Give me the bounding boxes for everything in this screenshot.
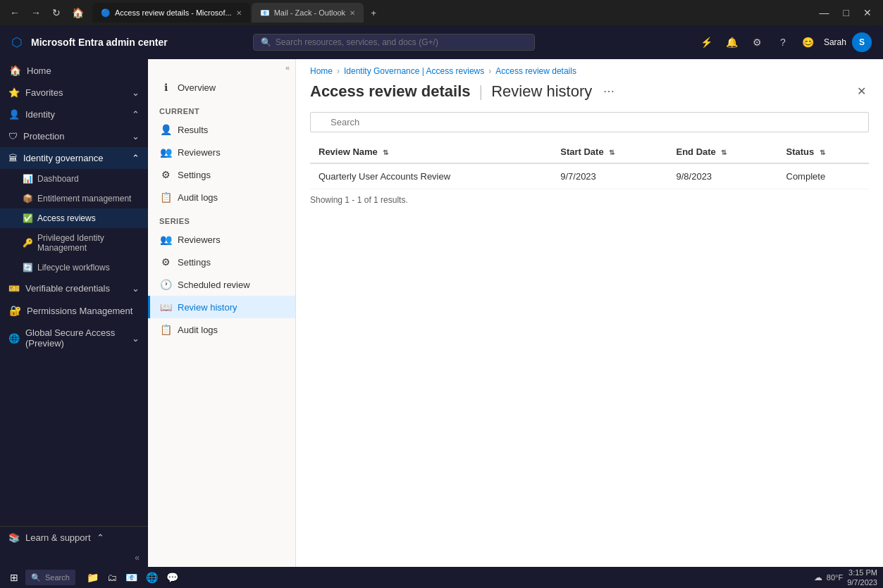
sidebar-item-access-reviews[interactable]: ✅ Access reviews [0,208,148,228]
new-tab-button[interactable]: + [365,5,382,21]
sidebar-verifiable[interactable]: 🎫 Verifiable credentials ⌄ [0,277,148,299]
sidebar-privileged-label: Privileged Identity Management [37,233,140,253]
taskbar-teams-icon[interactable]: 💬 [163,570,181,584]
col-end-date[interactable]: End Date ⇅ [667,141,777,163]
cell-review-name: Quarterly User Accounts Review [310,163,552,189]
sidebar-verifiable-label: Verifiable credentials [25,283,110,294]
left-nav-reviewers-series[interactable]: 👥 Reviewers [148,228,295,251]
taskbar-search-bar[interactable]: 🔍 Search [25,570,75,585]
reviewers-current-icon: 👥 [159,146,172,158]
result-count: Showing 1 - 1 of 1 results. [310,189,869,211]
taskbar-search-placeholder: Search [45,573,70,582]
settings-icon[interactable]: ⚙ [748,32,767,52]
forward-button[interactable]: → [27,6,45,20]
col-review-name-label: Review Name [319,146,378,157]
global-search-input[interactable] [276,37,527,47]
sidebar-protection[interactable]: 🛡 Protection ⌄ [0,125,148,147]
left-nav-overview[interactable]: ℹ Overview [148,76,295,99]
taskbar-app-icons: 📁 🗂 📧 🌐 💬 [84,570,181,584]
settings-series-icon: ⚙ [159,256,172,268]
reload-button[interactable]: ↻ [48,6,65,20]
taskbar-date: 9/7/2023 [847,577,877,587]
sidebar-item-lifecycle[interactable]: 🔄 Lifecycle workflows [0,258,148,277]
browser-controls: ← → ↻ 🏠 [6,6,88,20]
breadcrumb-current[interactable]: Access review details [495,66,576,76]
tab-mail[interactable]: 📧 Mail - Zack - Outlook ✕ [252,3,364,23]
app-logo-icon: ⬡ [11,35,23,50]
main-layout: 🏠 Home ⭐ Favorites ⌄ 👤 Identity ⌃ 🛡 Prot… [0,59,883,567]
panel-close-button[interactable]: ✕ [854,82,869,101]
taskbar-explorer-icon[interactable]: 🗂 [104,570,120,584]
user-avatar[interactable]: S [852,32,872,52]
col-status[interactable]: Status ⇅ [778,141,870,163]
sidebar-identity-governance-label: Identity governance [23,153,103,163]
notifications-icon[interactable]: 🔔 [722,32,742,52]
taskbar: ⊞ 🔍 Search 📁 🗂 📧 🌐 💬 ☁ 80°F 3:15 PM 9/7/… [0,567,883,588]
taskbar-search-icon: 🔍 [31,573,41,582]
taskbar-file-icon[interactable]: 📁 [84,570,101,584]
left-nav-panel: « ℹ Overview Current 👤 Results 👥 Reviewe… [148,59,296,567]
left-nav-review-history[interactable]: 📖 Review history [148,296,295,318]
table-search-input[interactable] [310,112,869,132]
breadcrumb-home[interactable]: Home [310,66,333,76]
sidebar-item-learn[interactable]: 📚 Learn & support ⌃ [0,527,148,549]
left-nav-collapse-button[interactable]: « [148,59,295,76]
start-button[interactable]: ⊞ [6,570,23,584]
sidebar-protection-label: Protection [23,131,65,142]
window-controls: — □ ✕ [814,6,877,20]
sidebar-collapse-button[interactable]: « [0,549,148,567]
col-start-date[interactable]: Start Date ⇅ [552,141,667,163]
breadcrumb: Home › Identity Governance | Access revi… [296,59,883,76]
left-nav-settings-current[interactable]: ⚙ Settings [148,163,295,186]
app-title: Microsoft Entra admin center [31,37,168,48]
sidebar-identity-label: Identity [25,109,55,120]
help-icon[interactable]: ? [773,32,793,52]
tab-mail-label: Mail - Zack - Outlook [274,8,345,17]
browser-chrome: ← → ↻ 🏠 🔵 Access review details - Micros… [0,0,883,25]
left-nav-settings-series[interactable]: ⚙ Settings [148,251,295,273]
sidebar-item-dashboard[interactable]: 📊 Dashboard [0,169,148,189]
taskbar-mail-icon[interactable]: 📧 [123,570,140,584]
left-nav-results[interactable]: 👤 Results [148,118,295,141]
table-header-row: Review Name ⇅ Start Date ⇅ End Date ⇅ [310,141,869,163]
window-close-button[interactable]: ✕ [858,6,877,20]
user-name[interactable]: Sarah [824,37,846,47]
col-end-date-sort: ⇅ [721,149,727,156]
permissions-icon: 🔐 [8,305,21,316]
access-reviews-icon: ✅ [23,213,33,223]
tab-close-button[interactable]: ✕ [236,9,242,17]
feedback-icon[interactable]: 😊 [798,32,818,52]
col-review-name[interactable]: Review Name ⇅ [310,141,552,163]
left-nav-audit-logs-series[interactable]: 📋 Audit logs [148,318,295,341]
page-title-row: Access review details | Review history ⋯ [310,82,617,101]
home-button[interactable]: 🏠 [68,6,88,20]
sidebar-identity[interactable]: 👤 Identity ⌃ [0,104,148,125]
sidebar-favorites[interactable]: ⭐ Favorites ⌄ [0,82,148,104]
sidebar-item-privileged[interactable]: 🔑 Privileged Identity Management [0,228,148,258]
entitlement-icon: 📦 [23,194,33,204]
left-nav-scheduled-review[interactable]: 🕐 Scheduled review [148,273,295,296]
sidebar-identity-governance[interactable]: 🏛 Identity governance ⌃ [0,147,148,169]
sidebar-item-home[interactable]: 🏠 Home [0,59,148,82]
portal-icon[interactable]: ⚡ [697,32,717,52]
maximize-button[interactable]: □ [838,6,855,20]
table-row[interactable]: Quarterly User Accounts Review 9/7/2023 … [310,163,869,189]
breadcrumb-identity-gov[interactable]: Identity Governance | Access reviews [344,66,484,76]
sidebar-favorites-label: Favorites [25,87,63,98]
tab-mail-close[interactable]: ✕ [350,9,355,17]
sidebar-item-entitlement[interactable]: 📦 Entitlement management [0,189,148,208]
back-button[interactable]: ← [6,6,24,20]
sidebar-item-permissions[interactable]: 🔐 Permissions Management [0,299,148,322]
left-nav-reviewers-current[interactable]: 👥 Reviewers [148,141,295,163]
more-options-button[interactable]: ⋯ [600,82,617,101]
audit-logs-current-icon: 📋 [159,192,172,203]
sidebar-global-secure[interactable]: 🌐 Global Secure Access (Preview) ⌄ [0,322,148,354]
taskbar-weather-temp: 80°F [827,573,843,582]
tab-active[interactable]: 🔵 Access review details - Microsof... ✕ [92,3,250,23]
minimize-button[interactable]: — [814,6,835,20]
taskbar-browser-icon[interactable]: 🌐 [143,570,161,584]
col-status-label: Status [786,146,815,157]
title-separator: | [478,82,483,101]
global-search-bar[interactable]: 🔍 [253,34,535,51]
left-nav-audit-logs-current[interactable]: 📋 Audit logs [148,186,295,208]
